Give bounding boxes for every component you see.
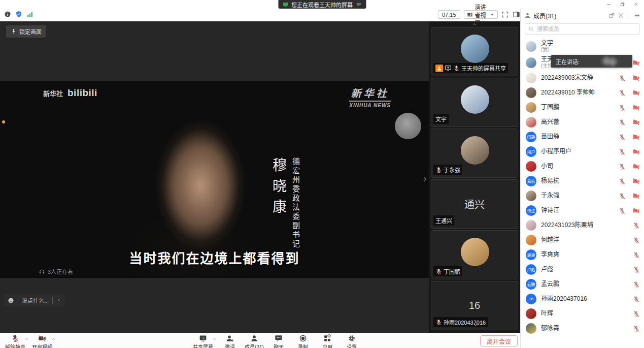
- camera-off-icon[interactable]: [632, 163, 640, 170]
- member-row[interactable]: 小司: [521, 159, 644, 174]
- mic-muted-icon[interactable]: [619, 119, 626, 126]
- bilibili-logo: bilibili: [67, 87, 97, 99]
- member-row[interactable]: 高兴蕾: [521, 115, 644, 130]
- quick-chat-bar[interactable]: 说点什么...: [4, 294, 65, 306]
- member-row[interactable]: 文宇 (我): [521, 38, 644, 54]
- mic-muted-icon[interactable]: [633, 266, 640, 273]
- video-tile[interactable]: 文宇: [431, 78, 518, 127]
- search-input[interactable]: [537, 26, 636, 32]
- camera-off-icon[interactable]: [632, 59, 640, 67]
- member-row[interactable]: 用户 小程序用户: [521, 144, 644, 159]
- mic-muted-icon[interactable]: [619, 89, 626, 97]
- member-name: 2022439003宋文静: [541, 74, 593, 81]
- minimize-button[interactable]: [606, 2, 612, 7]
- camera-off-icon[interactable]: [632, 148, 640, 155]
- mic-muted-icon[interactable]: [619, 75, 626, 82]
- mic-muted-icon[interactable]: [633, 296, 640, 303]
- member-name: 卢彪: [541, 266, 553, 273]
- camera-off-icon[interactable]: [632, 192, 640, 200]
- meeting-window: 您正在观看王天帅的屏幕 07:15 演讲者视图: [0, 0, 644, 348]
- settings-icon: [348, 334, 356, 342]
- members-button[interactable]: 成员(31): [242, 334, 266, 348]
- network-signal-icon[interactable]: [26, 11, 33, 18]
- member-row[interactable]: 于永强: [521, 188, 644, 203]
- chevron-up-icon[interactable]: [212, 337, 217, 341]
- mic-muted-icon[interactable]: [633, 325, 640, 332]
- invite-button[interactable]: 邀请: [218, 334, 242, 348]
- expand-strip-icon[interactable]: [471, 322, 480, 328]
- chat-button[interactable]: 聊天: [266, 334, 291, 348]
- layout-panel-icon[interactable]: [513, 11, 520, 18]
- camera-off-icon[interactable]: [632, 104, 640, 111]
- mic-muted-icon[interactable]: [619, 134, 626, 141]
- close-button[interactable]: [633, 2, 639, 7]
- mic-muted-icon[interactable]: [619, 163, 626, 170]
- member-row[interactable]: 16 孙雨2020437016: [521, 292, 644, 306]
- chevron-up-icon[interactable]: [24, 337, 29, 341]
- member-row[interactable]: 叶辉: [521, 306, 644, 321]
- apps-button[interactable]: 应用: [315, 334, 340, 348]
- popout-panel-icon[interactable]: [608, 12, 615, 19]
- member-row[interactable]: 2022431023陈栗埔: [521, 218, 644, 233]
- member-row[interactable]: 田静 苗田静: [521, 130, 644, 144]
- video-tile[interactable]: 通兴 王通兴: [431, 179, 518, 229]
- member-row[interactable]: 易杭 杨易杭: [521, 174, 644, 188]
- video-tile[interactable]: 王天帅的屏幕共享: [431, 27, 518, 76]
- collapse-strip-icon[interactable]: [471, 22, 478, 27]
- chevron-up-icon[interactable]: [51, 337, 56, 341]
- member-search-box[interactable]: [525, 23, 640, 35]
- titlebar: 您正在观看王天帅的屏幕: [0, 0, 644, 9]
- member-row[interactable]: 卢彪 卢彪: [521, 262, 644, 277]
- mic-muted-icon[interactable]: [633, 310, 640, 318]
- video-tile[interactable]: 丁国鹏: [431, 230, 518, 279]
- member-row[interactable]: 丁国鹏: [521, 100, 644, 115]
- panel-menu-icon[interactable]: [634, 12, 640, 19]
- watching-banner[interactable]: 您正在观看王天帅的屏幕: [278, 0, 366, 9]
- mic-muted-icon[interactable]: [619, 193, 626, 200]
- banner-menu-icon[interactable]: [356, 2, 362, 8]
- view-mode-button[interactable]: 演讲者视图: [464, 10, 498, 19]
- member-row[interactable]: 云鹏 孟云鹏: [521, 277, 644, 292]
- share-screen-button[interactable]: 共享屏幕: [191, 334, 215, 348]
- camera-off-icon[interactable]: [632, 177, 640, 185]
- emoji-icon[interactable]: [8, 297, 14, 304]
- camera-off-icon[interactable]: [632, 118, 640, 126]
- member-row[interactable]: 诗江 钟诗江: [521, 203, 644, 218]
- member-row[interactable]: 何越洋: [521, 233, 644, 247]
- video-tile[interactable]: 于永强: [431, 129, 518, 178]
- start-video-button[interactable]: 开启视频: [30, 334, 54, 348]
- restore-button[interactable]: [620, 2, 625, 7]
- collapse-chat-icon[interactable]: [56, 298, 61, 303]
- mic-muted-icon[interactable]: [619, 178, 626, 185]
- collapse-panel-icon[interactable]: [421, 174, 428, 185]
- camera-off-icon[interactable]: [632, 133, 640, 141]
- security-shield-icon[interactable]: [15, 11, 22, 18]
- member-row[interactable]: 爽爽 李爽爽: [521, 247, 644, 262]
- unmute-button[interactable]: 解除静音: [3, 334, 27, 348]
- record-button[interactable]: 录制: [291, 334, 315, 348]
- member-row[interactable]: 郁咏森: [521, 321, 644, 336]
- camera-off-icon[interactable]: [632, 207, 640, 214]
- fullscreen-icon[interactable]: [501, 11, 509, 18]
- mic-muted-icon[interactable]: [633, 222, 640, 229]
- leave-meeting-button[interactable]: 离开会议: [480, 335, 518, 346]
- info-icon[interactable]: [4, 11, 11, 18]
- pin-screen-button[interactable]: 锁定画面: [6, 25, 46, 38]
- xinhua-news-logo: 新华社 XINHUA NEWS: [349, 85, 391, 108]
- mic-muted-icon[interactable]: [633, 281, 640, 288]
- member-row[interactable]: 2022439003宋文静: [521, 71, 644, 85]
- mic-muted-icon[interactable]: [619, 104, 626, 111]
- mic-muted-icon[interactable]: [619, 148, 626, 155]
- settings-button[interactable]: 设置: [340, 334, 364, 348]
- thumbnail-strip: 王天帅的屏幕共享 文宇 于永强 通兴 王通兴: [429, 21, 520, 333]
- mic-muted-icon[interactable]: [633, 237, 640, 244]
- mic-muted-icon[interactable]: [633, 251, 640, 259]
- chat-input-placeholder[interactable]: 说点什么...: [18, 297, 52, 304]
- member-row[interactable]: 2022439010 李帅帅: [521, 85, 644, 100]
- member-name: 李爽爽: [541, 251, 559, 258]
- video-tile[interactable]: 16 孙雨2020437016: [431, 281, 518, 330]
- camera-off-icon[interactable]: [632, 74, 640, 82]
- close-panel-icon[interactable]: [618, 12, 624, 19]
- mic-muted-icon[interactable]: [619, 207, 626, 214]
- camera-off-icon[interactable]: [632, 89, 640, 97]
